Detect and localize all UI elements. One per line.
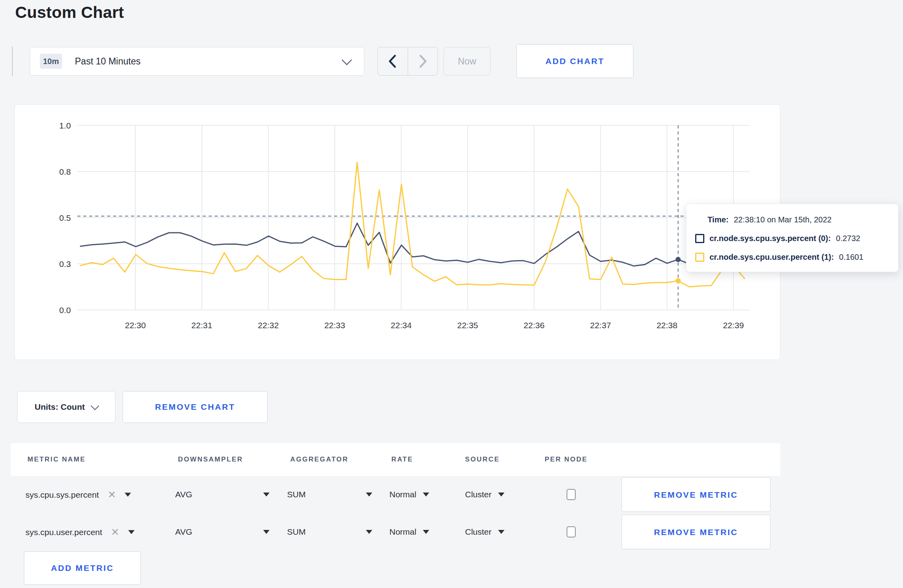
- svg-text:22:39: 22:39: [723, 321, 744, 330]
- rate-value: Normal: [389, 490, 416, 499]
- time-nav-group: [377, 47, 438, 76]
- remove-chart-button[interactable]: REMOVE CHART: [123, 391, 268, 423]
- column-header-downsampler: DOWNSAMPLER: [178, 456, 243, 463]
- svg-text:22:36: 22:36: [524, 321, 545, 330]
- aggregator-value: SUM: [287, 490, 306, 499]
- units-dropdown-label: Units: Count: [35, 402, 85, 412]
- series-user-swatch-icon: [695, 253, 704, 262]
- svg-text:22:32: 22:32: [258, 321, 279, 330]
- metric-name-select[interactable]: sys.cpu.user.percent ✕: [25, 527, 135, 537]
- caret-down-icon: [125, 493, 131, 496]
- svg-text:0.8: 0.8: [59, 167, 71, 176]
- chart-card: 0.00.30.50.81.022:3022:3122:3222:3322:34…: [14, 104, 780, 360]
- series-sys-swatch-icon: [695, 234, 704, 243]
- metric-row: sys.cpu.user.percent ✕ AVG SUM Normal Cl…: [11, 513, 780, 551]
- time-window-dropdown[interactable]: 10m Past 10 Minutes: [30, 47, 364, 76]
- svg-text:0.3: 0.3: [59, 259, 71, 269]
- toolbar-divider: [12, 47, 13, 76]
- source-select[interactable]: Cluster: [465, 527, 504, 537]
- tooltip-time-value: 22:38:10 on Mar 15th, 2022: [734, 215, 832, 224]
- chevron-left-icon: [387, 54, 398, 68]
- tooltip-series-value: 0.2732: [836, 234, 860, 243]
- per-node-checkbox[interactable]: [567, 489, 576, 500]
- now-button-label: Now: [458, 56, 476, 67]
- svg-text:22:34: 22:34: [391, 321, 412, 330]
- svg-text:0.0: 0.0: [59, 306, 71, 315]
- clear-metric-icon[interactable]: ✕: [111, 527, 119, 537]
- tooltip-series-value: 0.1601: [839, 253, 863, 262]
- source-value: Cluster: [465, 490, 492, 499]
- time-window-badge: 10m: [40, 54, 62, 69]
- caret-down-icon: [498, 493, 504, 496]
- prev-time-button[interactable]: [378, 47, 408, 75]
- downsampler-value: AVG: [175, 490, 192, 499]
- source-value: Cluster: [465, 527, 492, 537]
- caret-down-icon: [263, 530, 270, 534]
- svg-text:22:35: 22:35: [457, 321, 478, 330]
- column-header-source: SOURCE: [465, 456, 500, 463]
- remove-metric-label: REMOVE METRIC: [654, 527, 738, 537]
- tooltip-series-row: cr.node.sys.cpu.user.percent (1): 0.1601: [695, 249, 898, 265]
- svg-text:22:38: 22:38: [657, 321, 678, 330]
- tooltip-time-label: Time:: [708, 215, 729, 224]
- svg-text:22:30: 22:30: [125, 321, 146, 330]
- downsampler-select[interactable]: AVG: [175, 527, 270, 537]
- svg-text:22:37: 22:37: [590, 321, 611, 330]
- downsampler-select[interactable]: AVG: [175, 490, 270, 499]
- rate-select[interactable]: Normal: [389, 527, 429, 537]
- rate-select[interactable]: Normal: [389, 490, 429, 499]
- remove-metric-label: REMOVE METRIC: [654, 490, 738, 499]
- column-header-per-node: PER NODE: [545, 456, 588, 463]
- now-button[interactable]: Now: [444, 47, 491, 76]
- remove-metric-button[interactable]: REMOVE METRIC: [622, 515, 770, 549]
- chevron-right-icon: [418, 54, 428, 68]
- units-dropdown[interactable]: Units: Count: [17, 391, 115, 423]
- remove-metric-button[interactable]: REMOVE METRIC: [622, 477, 770, 512]
- add-chart-label: ADD CHART: [545, 56, 604, 66]
- aggregator-select[interactable]: SUM: [287, 490, 372, 499]
- clear-metric-icon[interactable]: ✕: [108, 490, 116, 500]
- metric-name-select[interactable]: sys.cpu.sys.percent ✕: [25, 490, 131, 500]
- per-node-checkbox[interactable]: [567, 526, 576, 537]
- metric-name-value: sys.cpu.sys.percent: [25, 490, 99, 499]
- next-time-button[interactable]: [408, 47, 438, 75]
- source-select[interactable]: Cluster: [465, 490, 504, 499]
- caret-down-icon: [423, 530, 429, 534]
- caret-down-icon: [498, 530, 504, 534]
- page-title: Custom Chart: [15, 3, 124, 22]
- add-metric-label: ADD METRIC: [51, 563, 114, 573]
- time-window-label: Past 10 Minutes: [75, 56, 141, 67]
- caret-down-icon: [366, 493, 372, 496]
- tooltip-series-label: cr.node.sys.cpu.user.percent (1):: [710, 253, 834, 262]
- aggregator-select[interactable]: SUM: [287, 527, 372, 537]
- metric-name-value: sys.cpu.user.percent: [25, 527, 102, 537]
- caret-down-icon: [423, 493, 429, 496]
- caret-down-icon: [263, 493, 270, 496]
- tooltip-time-row: Time: 22:38:10 on Mar 15th, 2022: [695, 212, 898, 228]
- metric-row: sys.cpu.sys.percent ✕ AVG SUM Normal Clu…: [11, 476, 780, 513]
- per-node-cell: [567, 489, 576, 500]
- add-chart-button[interactable]: ADD CHART: [516, 44, 633, 78]
- caret-down-icon: [366, 530, 372, 534]
- rate-value: Normal: [389, 527, 416, 537]
- metrics-table-header: METRIC NAME DOWNSAMPLER AGGREGATOR RATE …: [11, 443, 780, 476]
- add-metric-button[interactable]: ADD METRIC: [24, 551, 141, 585]
- downsampler-value: AVG: [175, 527, 192, 537]
- column-header-rate: RATE: [391, 456, 413, 463]
- tooltip-series-label: cr.node.sys.cpu.sys.percent (0):: [710, 234, 831, 243]
- svg-text:0.5: 0.5: [59, 213, 71, 222]
- chart-tooltip: Time: 22:38:10 on Mar 15th, 2022 cr.node…: [686, 204, 899, 272]
- chart-canvas[interactable]: 0.00.30.50.81.022:3022:3122:3222:3322:34…: [15, 105, 780, 359]
- aggregator-value: SUM: [287, 527, 306, 537]
- tooltip-series-row: cr.node.sys.cpu.sys.percent (0): 0.2732: [695, 230, 898, 246]
- svg-text:1.0: 1.0: [59, 121, 71, 130]
- column-header-aggregator: AGGREGATOR: [290, 456, 348, 463]
- caret-down-icon: [128, 530, 135, 534]
- svg-text:22:31: 22:31: [192, 321, 213, 330]
- column-header-metric-name: METRIC NAME: [27, 456, 86, 463]
- per-node-cell: [567, 526, 576, 537]
- chevron-down-icon: [91, 402, 99, 410]
- remove-chart-label: REMOVE CHART: [155, 402, 235, 412]
- chevron-down-icon: [342, 55, 352, 65]
- svg-text:22:33: 22:33: [324, 321, 345, 330]
